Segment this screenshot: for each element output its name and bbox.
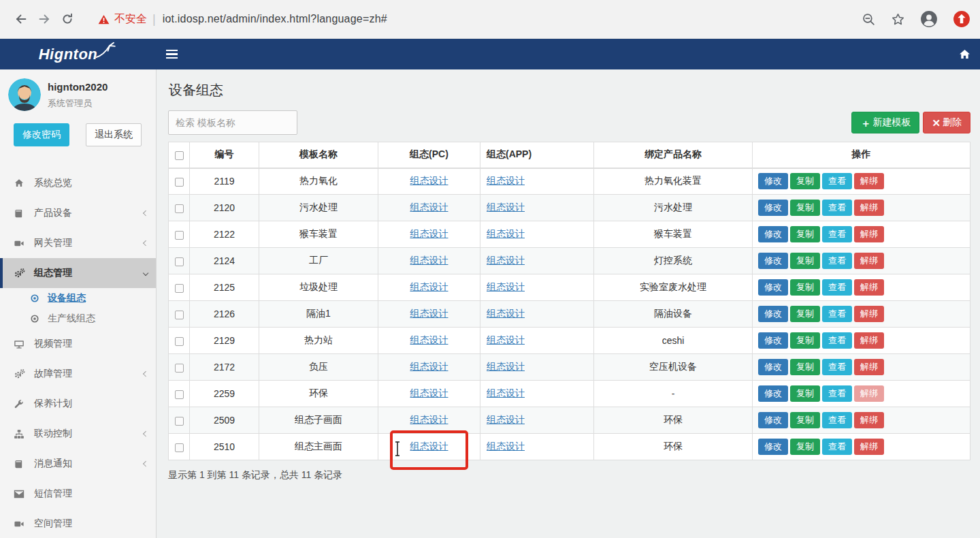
config-design-pc-link[interactable]: 组态设计	[410, 441, 448, 452]
sidebar-item-maintenance-plan[interactable]: 保养计划	[0, 389, 156, 419]
copy-button[interactable]: 复制	[790, 332, 820, 349]
unbind-button[interactable]: 解绑	[854, 359, 884, 375]
row-checkbox[interactable]	[175, 311, 184, 319]
copy-button[interactable]: 复制	[790, 306, 820, 322]
unbind-button[interactable]: 解绑	[854, 332, 884, 349]
copy-button[interactable]: 复制	[790, 226, 820, 242]
view-button[interactable]: 查看	[822, 385, 852, 402]
sidebar-item-product-devices[interactable]: 产品设备	[0, 198, 156, 228]
logout-button[interactable]: 退出系统	[86, 123, 142, 146]
edit-button[interactable]: 修改	[758, 439, 788, 455]
zoom-out-icon[interactable]	[862, 12, 876, 27]
config-design-pc-link[interactable]: 组态设计	[410, 281, 448, 292]
edit-button[interactable]: 修改	[758, 332, 788, 349]
config-design-app-link[interactable]: 组态设计	[487, 361, 525, 372]
browser-back-icon[interactable]	[10, 7, 33, 31]
column-header-config-pc[interactable]: 组态(PC)	[378, 142, 480, 168]
row-checkbox[interactable]	[175, 364, 184, 373]
config-design-pc-link[interactable]: 组态设计	[410, 414, 448, 425]
config-design-app-link[interactable]: 组态设计	[487, 441, 525, 452]
edit-button[interactable]: 修改	[758, 173, 788, 189]
copy-button[interactable]: 复制	[790, 253, 820, 269]
copy-button[interactable]: 复制	[790, 359, 820, 375]
row-checkbox[interactable]	[175, 390, 184, 399]
unbind-button[interactable]: 解绑	[854, 306, 884, 322]
row-checkbox[interactable]	[175, 417, 184, 426]
config-design-app-link[interactable]: 组态设计	[487, 334, 525, 345]
view-button[interactable]: 查看	[822, 332, 852, 349]
view-button[interactable]: 查看	[822, 173, 852, 189]
config-design-pc-link[interactable]: 组态设计	[410, 334, 448, 345]
view-button[interactable]: 查看	[822, 253, 852, 269]
sidebar-item-system-overview[interactable]: 系统总览	[0, 168, 156, 198]
config-design-pc-link[interactable]: 组态设计	[410, 175, 448, 186]
sidebar-item-space-management[interactable]: 空间管理	[0, 509, 156, 538]
config-design-app-link[interactable]: 组态设计	[487, 228, 525, 239]
copy-button[interactable]: 复制	[790, 173, 820, 189]
config-design-app-link[interactable]: 组态设计	[487, 255, 525, 266]
column-header-id[interactable]: 编号	[190, 142, 259, 168]
sidebar-item-message-notification[interactable]: 消息通知	[0, 449, 156, 479]
edit-button[interactable]: 修改	[758, 226, 788, 242]
browser-reload-icon[interactable]	[56, 7, 79, 31]
config-design-app-link[interactable]: 组态设计	[487, 387, 525, 398]
row-checkbox[interactable]	[175, 204, 184, 213]
unbind-button[interactable]: 解绑	[854, 439, 884, 455]
change-password-button[interactable]: 修改密码	[14, 123, 69, 146]
config-design-pc-link[interactable]: 组态设计	[410, 308, 448, 319]
sidebar-item-production-line-configuration[interactable]: 生产线组态	[0, 308, 156, 329]
unbind-button[interactable]: 解绑	[854, 279, 884, 296]
row-checkbox[interactable]	[175, 257, 184, 266]
address-bar-url[interactable]: iot.idosp.net/admin/index.html?language=…	[163, 13, 387, 25]
sidebar-item-linkage-control[interactable]: 联动控制	[0, 419, 156, 449]
delete-button[interactable]: ✕删除	[923, 112, 970, 133]
view-button[interactable]: 查看	[822, 412, 852, 428]
unbind-button[interactable]: 解绑	[854, 200, 884, 216]
column-header-actions[interactable]: 操作	[753, 142, 970, 168]
sidebar-item-gateway-management[interactable]: 网关管理	[0, 228, 156, 258]
sidebar-item-video-management[interactable]: 视频管理	[0, 329, 156, 359]
view-button[interactable]: 查看	[822, 439, 852, 455]
copy-button[interactable]: 复制	[790, 279, 820, 296]
config-design-pc-link[interactable]: 组态设计	[410, 202, 448, 212]
unbind-button[interactable]: 解绑	[854, 226, 884, 242]
config-design-app-link[interactable]: 组态设计	[487, 414, 525, 425]
config-design-app-link[interactable]: 组态设计	[487, 308, 525, 319]
sidebar-toggle-icon[interactable]	[157, 39, 186, 69]
copy-button[interactable]: 复制	[790, 412, 820, 428]
column-header-config-app[interactable]: 组态(APP)	[480, 142, 594, 168]
security-warning-icon[interactable]	[98, 14, 110, 25]
view-button[interactable]: 查看	[822, 226, 852, 242]
view-button[interactable]: 查看	[822, 306, 852, 322]
unbind-button[interactable]: 解绑	[854, 173, 884, 189]
sidebar-item-fault-management[interactable]: 故障管理	[0, 359, 156, 389]
row-checkbox[interactable]	[175, 231, 184, 240]
column-header-template-name[interactable]: 模板名称	[259, 142, 378, 168]
browser-forward-icon[interactable]	[33, 7, 56, 31]
sidebar-item-sms-management[interactable]: 短信管理	[0, 479, 156, 509]
view-button[interactable]: 查看	[822, 200, 852, 216]
column-header-product[interactable]: 绑定产品名称	[594, 142, 753, 168]
bookmark-star-icon[interactable]	[891, 12, 905, 27]
config-design-pc-link[interactable]: 组态设计	[410, 255, 448, 266]
security-warning-label[interactable]: 不安全	[114, 12, 147, 27]
edit-button[interactable]: 修改	[758, 412, 788, 428]
row-checkbox[interactable]	[175, 284, 184, 293]
row-checkbox[interactable]	[175, 443, 184, 452]
edit-button[interactable]: 修改	[758, 279, 788, 296]
edit-button[interactable]: 修改	[758, 359, 788, 375]
config-design-pc-link[interactable]: 组态设计	[410, 361, 448, 372]
search-input[interactable]	[168, 110, 297, 135]
unbind-button[interactable]: 解绑	[854, 412, 884, 428]
sidebar-item-configuration-management[interactable]: 组态管理	[0, 258, 156, 288]
row-checkbox[interactable]	[175, 178, 184, 187]
browser-profile-avatar[interactable]	[920, 10, 938, 28]
unbind-button[interactable]: 解绑	[854, 253, 884, 269]
view-button[interactable]: 查看	[822, 359, 852, 375]
config-design-app-link[interactable]: 组态设计	[487, 281, 525, 292]
edit-button[interactable]: 修改	[758, 200, 788, 216]
config-design-pc-link[interactable]: 组态设计	[410, 387, 448, 398]
copy-button[interactable]: 复制	[790, 439, 820, 455]
copy-button[interactable]: 复制	[790, 385, 820, 402]
select-all-checkbox[interactable]	[175, 151, 184, 160]
